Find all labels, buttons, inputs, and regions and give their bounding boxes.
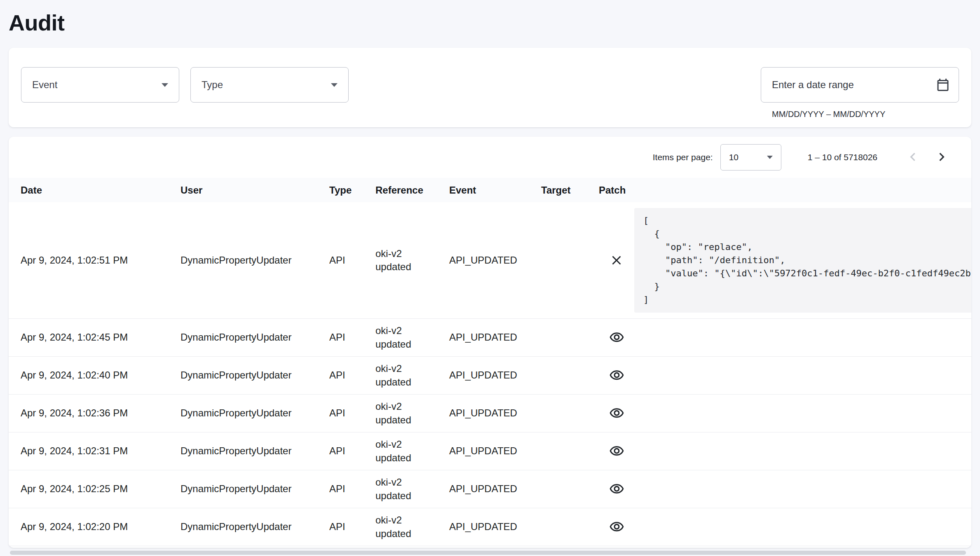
- cell-user: DynamicPropertyUpdater: [181, 331, 329, 344]
- patch-toggle-button[interactable]: [599, 330, 634, 345]
- cell-event: API_UPDATED: [449, 369, 541, 382]
- cell-date: Apr 9, 2024, 1:02:31 PM: [21, 444, 181, 458]
- chevron-down-icon: [331, 83, 338, 87]
- cell-user: DynamicPropertyUpdater: [181, 254, 329, 267]
- cell-event: API_UPDATED: [449, 482, 541, 495]
- table-row: Apr 9, 2024, 1:02:36 PM DynamicPropertyU…: [9, 395, 971, 432]
- audit-page: Audit Event Type: [0, 0, 980, 548]
- eye-icon[interactable]: [609, 519, 624, 535]
- cell-event: API_UPDATED: [449, 254, 541, 267]
- cell-type: API: [329, 369, 375, 382]
- cell-patch-code: [634, 446, 971, 457]
- cell-date: Apr 9, 2024, 1:02:51 PM: [21, 254, 181, 267]
- cell-patch-code: [634, 332, 971, 343]
- cell-date: Apr 9, 2024, 1:02:20 PM: [21, 520, 181, 533]
- date-range-input[interactable]: [772, 79, 935, 91]
- date-range-field[interactable]: [761, 67, 959, 103]
- patch-toggle-button[interactable]: [599, 368, 634, 383]
- eye-icon[interactable]: [609, 406, 624, 421]
- table-row: Apr 9, 2024, 1:02:40 PM DynamicPropertyU…: [9, 357, 971, 395]
- event-filter-select[interactable]: Event: [21, 67, 179, 103]
- cell-reference: oki-v2 updated: [375, 514, 449, 540]
- cell-reference: oki-v2 updated: [375, 400, 449, 427]
- cell-date: Apr 9, 2024, 1:02:45 PM: [21, 331, 181, 344]
- table-body: Apr 9, 2024, 1:02:51 PM DynamicPropertyU…: [9, 202, 971, 546]
- column-header-patch: Patch: [599, 185, 634, 196]
- cell-patch-code: [ { "op": "replace", "path": "/definitio…: [634, 202, 971, 318]
- date-format-hint: MM/DD/YYYY – MM/DD/YYYY: [772, 110, 959, 119]
- cell-reference: oki-v2 updated: [375, 362, 449, 389]
- table-row: Apr 9, 2024, 1:02:51 PM DynamicPropertyU…: [9, 202, 971, 319]
- column-header-event: Event: [449, 185, 541, 196]
- chevron-down-icon: [162, 83, 168, 87]
- horizontal-scrollbar[interactable]: [10, 551, 966, 555]
- table-row: Apr 9, 2024, 1:02:31 PM DynamicPropertyU…: [9, 432, 971, 470]
- patch-toggle-button[interactable]: [599, 406, 634, 421]
- audit-table-card: Items per page: 10 1 – 10 of 5718026 Dat…: [9, 137, 971, 548]
- cell-event: API_UPDATED: [449, 520, 541, 533]
- cell-event: API_UPDATED: [449, 444, 541, 458]
- previous-page-button[interactable]: [901, 146, 924, 169]
- cell-type: API: [329, 444, 375, 458]
- event-filter-label: Event: [32, 79, 57, 91]
- eye-icon[interactable]: [609, 444, 624, 459]
- patch-toggle-button[interactable]: [599, 519, 634, 535]
- table-row: Apr 9, 2024, 1:02:20 PM DynamicPropertyU…: [9, 508, 971, 546]
- column-header-type: Type: [329, 185, 375, 196]
- page-range-label: 1 – 10 of 5718026: [808, 152, 877, 162]
- column-header-date: Date: [21, 185, 181, 196]
- cell-reference: oki-v2 updated: [375, 476, 449, 502]
- chevron-down-icon: [767, 156, 773, 159]
- page-size-select[interactable]: 10: [720, 144, 781, 171]
- patch-toggle-button[interactable]: [599, 481, 634, 497]
- patch-toggle-button[interactable]: [599, 444, 634, 459]
- cell-type: API: [329, 406, 375, 420]
- calendar-icon[interactable]: [935, 77, 950, 92]
- cell-patch-code: [634, 484, 971, 495]
- eye-icon[interactable]: [609, 368, 624, 383]
- filters-card: Event Type MM/DD/YYYY – MM/DD/YYYY: [9, 48, 971, 127]
- cell-type: API: [329, 254, 375, 267]
- table-header: Date User Type Reference Event Target Pa…: [9, 178, 971, 202]
- patch-code: [ { "op": "replace", "path": "/definitio…: [634, 208, 971, 313]
- close-icon[interactable]: [609, 253, 624, 268]
- chevron-right-icon: [933, 149, 950, 166]
- paginator: Items per page: 10 1 – 10 of 5718026: [9, 137, 971, 178]
- cell-user: DynamicPropertyUpdater: [181, 520, 329, 533]
- table-row: Apr 9, 2024, 1:02:25 PM DynamicPropertyU…: [9, 470, 971, 508]
- cell-event: API_UPDATED: [449, 331, 541, 344]
- cell-reference: oki-v2 updated: [375, 324, 449, 351]
- chevron-left-icon: [905, 149, 921, 166]
- next-page-button[interactable]: [930, 146, 953, 169]
- type-filter-select[interactable]: Type: [190, 67, 349, 103]
- eye-icon[interactable]: [609, 481, 624, 497]
- cell-user: DynamicPropertyUpdater: [181, 482, 329, 495]
- column-header-user: User: [181, 185, 329, 196]
- cell-event: API_UPDATED: [449, 406, 541, 420]
- cell-type: API: [329, 520, 375, 533]
- page-size-value: 10: [729, 152, 739, 162]
- date-range-group: MM/DD/YYYY – MM/DD/YYYY: [761, 67, 959, 119]
- cell-reference: oki-v2 updated: [375, 247, 449, 274]
- cell-user: DynamicPropertyUpdater: [181, 369, 329, 382]
- column-header-reference: Reference: [375, 185, 449, 196]
- cell-patch-code: [634, 370, 971, 381]
- patch-toggle-button[interactable]: [599, 253, 634, 268]
- type-filter-label: Type: [202, 79, 223, 91]
- column-header-target: Target: [541, 185, 599, 196]
- page-title: Audit: [9, 10, 971, 35]
- cell-type: API: [329, 482, 375, 495]
- cell-date: Apr 9, 2024, 1:02:25 PM: [21, 482, 181, 495]
- filters-row: Event Type MM/DD/YYYY – MM/DD/YYYY: [21, 67, 959, 119]
- cell-reference: oki-v2 updated: [375, 438, 449, 465]
- table-row: Apr 9, 2024, 1:02:45 PM DynamicPropertyU…: [9, 319, 971, 357]
- items-per-page-label: Items per page:: [653, 152, 713, 162]
- cell-type: API: [329, 331, 375, 344]
- cell-patch-code: [634, 408, 971, 419]
- cell-user: DynamicPropertyUpdater: [181, 444, 329, 458]
- eye-icon[interactable]: [609, 330, 624, 345]
- cell-date: Apr 9, 2024, 1:02:40 PM: [21, 369, 181, 382]
- cell-user: DynamicPropertyUpdater: [181, 406, 329, 420]
- cell-date: Apr 9, 2024, 1:02:36 PM: [21, 406, 181, 420]
- cell-patch-code: [634, 521, 971, 533]
